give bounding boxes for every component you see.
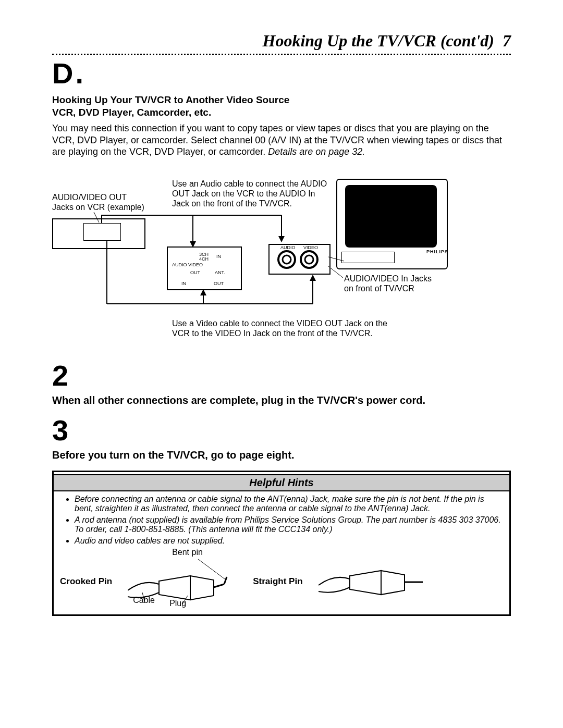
svg-marker-18 [159, 576, 190, 600]
subheading-line-1: Hooking Up Your TV/VCR to Another Video … [52, 94, 511, 106]
svg-marker-19 [190, 576, 214, 600]
intro-paragraph: You may need this connection if you want… [52, 122, 511, 158]
subheading-line-2: VCR, DVD Player, Camcorder, etc. [52, 107, 511, 118]
svg-line-20 [214, 584, 224, 587]
hint-item-2: A rod antenna (not supplied) is availabl… [75, 515, 503, 534]
intro-details-ref: Details are on page 32. [268, 146, 365, 157]
hint-item-1: Before connecting an antenna or cable si… [75, 495, 503, 513]
connection-diagram: AUDIO/VIDEO OUT Jacks on VCR (example) U… [52, 179, 511, 346]
svg-line-15 [328, 257, 344, 261]
page-header-title: Hooking Up the TV/VCR (cont'd) [263, 31, 494, 50]
cable-annot: Cable [133, 596, 155, 605]
section-letter: D. [52, 56, 511, 90]
step-2-number: 2 [52, 361, 511, 390]
svg-line-21 [224, 577, 227, 584]
plug-annot: Plug [169, 599, 186, 608]
straight-pin-icon [319, 558, 428, 605]
helpful-hints-box: Helpful Hints Before connecting an anten… [52, 471, 511, 616]
step-2-text: When all other connections are complete,… [52, 394, 511, 406]
header-divider [52, 54, 511, 55]
svg-marker-26 [381, 571, 405, 595]
svg-marker-14 [200, 289, 206, 295]
video-cable-instruction: Use a Video cable to connect the VIDEO O… [172, 319, 387, 338]
bent-pin-annot: Bent pin [172, 548, 203, 557]
crooked-pin-label: Crooked Pin [60, 576, 112, 587]
helpful-hints-list: Before connecting an antenna or cable si… [60, 495, 503, 546]
svg-line-22 [198, 559, 225, 579]
straight-pin-label: Straight Pin [253, 576, 302, 587]
svg-line-16 [328, 266, 343, 278]
svg-marker-25 [350, 571, 381, 595]
hint-item-3: Audio and video cables are not supplied. [75, 536, 503, 546]
helpful-hints-title: Helpful Hints [54, 474, 509, 491]
pin-illustration-row: Crooked Pin Bent pin [54, 554, 509, 614]
page-number: 7 [503, 31, 511, 50]
step-3-number: 3 [52, 416, 511, 445]
svg-marker-8 [190, 241, 196, 248]
svg-line-17 [94, 212, 99, 223]
svg-marker-6 [278, 236, 285, 242]
svg-marker-12 [310, 275, 316, 281]
step-3-text: Before you turn on the TV/VCR, go to pag… [52, 449, 511, 461]
